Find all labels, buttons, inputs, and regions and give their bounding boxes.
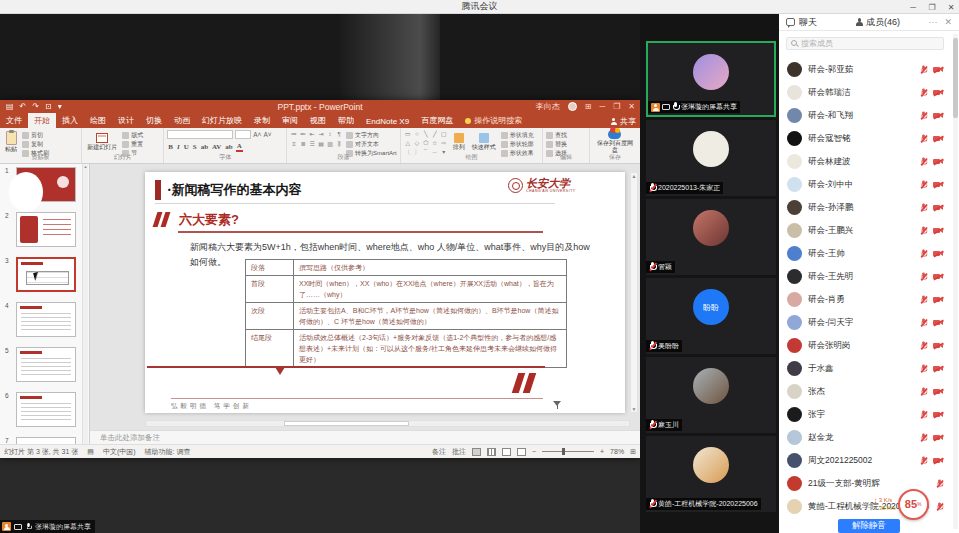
zoom-level[interactable]: 78% xyxy=(610,448,624,455)
member-row[interactable]: 研会寇智铭 xyxy=(779,127,951,150)
member-row[interactable]: 研会-肖勇 xyxy=(779,288,951,311)
font-name-combo[interactable] xyxy=(167,130,233,139)
ppt-minimize-button[interactable]: ─ xyxy=(599,102,605,111)
copy-button[interactable]: 复制 xyxy=(22,140,49,149)
scrollbar-thumb[interactable] xyxy=(953,38,958,118)
video-tile[interactable]: 管颖 xyxy=(646,199,776,275)
accessibility-status[interactable]: 辅助功能: 调查 xyxy=(145,447,191,457)
minimize-button[interactable]: ─ xyxy=(908,3,918,12)
ribbon-tab[interactable]: 切换 xyxy=(140,113,168,128)
panel-more-button[interactable]: ··· xyxy=(928,17,937,27)
find-button[interactable]: 查找 xyxy=(546,131,567,140)
slide-thumbnail-panel[interactable]: 1 2 3 4 5 6 7 ▲ xyxy=(0,164,90,444)
panel-close-button[interactable]: ✕ xyxy=(944,17,952,27)
ribbon-tab[interactable]: 录制 xyxy=(248,113,276,128)
ppt-close-button[interactable]: ✕ xyxy=(628,102,635,111)
video-tile[interactable]: 2020225013-朱家正 xyxy=(646,120,776,196)
zoom-knob[interactable] xyxy=(562,448,565,455)
screen-share-indicator[interactable]: 张琳璇的屏幕共享 xyxy=(0,520,95,533)
slide-preview[interactable] xyxy=(16,437,76,444)
spellcheck-icon[interactable]: ▤ xyxy=(87,448,94,456)
align-text-button[interactable]: 对齐文本 xyxy=(346,140,397,149)
slide-thumbnail[interactable]: 2 xyxy=(0,209,89,254)
zoom-in-button[interactable]: + xyxy=(600,448,604,455)
member-row[interactable]: 研会-孙泽鹏 xyxy=(779,196,951,219)
close-button[interactable]: ✕ xyxy=(946,3,956,12)
ribbon-tab[interactable]: 绘图 xyxy=(84,113,112,128)
tab-members[interactable]: 成员(46) xyxy=(855,16,900,29)
video-tile[interactable]: 黄皓-工程机械学院-2020225006 xyxy=(646,436,776,512)
shape-fill-button[interactable]: 形状填充 xyxy=(501,131,534,140)
ribbon-tab[interactable]: 动画 xyxy=(168,113,196,128)
video-tile[interactable]: 张琳璇的屏幕共享 xyxy=(646,41,776,117)
slide-preview[interactable] xyxy=(16,167,76,202)
normal-view-icon[interactable] xyxy=(472,448,481,456)
member-row[interactable]: 研会-王帅 xyxy=(779,242,951,265)
member-search-input[interactable]: 搜索成员 xyxy=(786,37,944,50)
arrange-button[interactable]: 排列 xyxy=(451,130,467,154)
member-row[interactable]: 张宇 xyxy=(779,403,951,426)
ribbon-tab[interactable]: 开始 xyxy=(28,113,56,128)
save-icon[interactable]: ▤ xyxy=(6,100,14,113)
italic-button[interactable]: I xyxy=(176,143,181,151)
ribbon-tab[interactable]: 幻灯片放映 xyxy=(196,113,248,128)
qat-customize-icon[interactable]: ▾ xyxy=(58,100,62,113)
tab-chat[interactable]: 聊天 xyxy=(799,16,817,29)
list-alignment-icons[interactable]: ≔≕⇤⇥↕¶ xyxy=(290,130,343,138)
ribbon-tab[interactable]: 百度网盘 xyxy=(415,113,459,128)
ribbon-tab[interactable]: 设计 xyxy=(112,113,140,128)
underline-button[interactable]: U xyxy=(183,143,190,151)
notes-pane[interactable]: 单击此处添加备注 xyxy=(90,430,640,444)
ribbon-tab[interactable]: EndNote X9 xyxy=(360,115,415,128)
vertical-scrollbar[interactable]: ▲▼ xyxy=(630,172,638,413)
slide-preview[interactable] xyxy=(16,392,76,427)
fit-to-window-icon[interactable]: ⊞ xyxy=(630,448,636,456)
reading-view-icon[interactable] xyxy=(502,448,511,456)
quick-styles-button[interactable]: 快速样式 xyxy=(470,130,498,154)
member-row[interactable]: 研会-王先明 xyxy=(779,265,951,288)
zoom-slider[interactable] xyxy=(542,451,594,452)
shadow-button[interactable]: ab xyxy=(200,143,209,151)
slideshow-view-icon[interactable] xyxy=(517,448,526,456)
unmute-button[interactable]: 解除静音 xyxy=(838,519,900,533)
shape-gallery[interactable]: ▭○╲╱▢△◇⬠☆⇨〔〕⌒︷▾ xyxy=(404,130,448,154)
shrink-font-icon[interactable]: A˅ xyxy=(263,131,271,138)
slideshow-icon[interactable]: ⊡ xyxy=(45,100,52,113)
save-to-baidu-pan-button[interactable]: 保存到百度网盘 xyxy=(593,130,637,154)
slide-thumbnail[interactable]: 7 xyxy=(0,434,89,444)
ribbon-display-options-icon[interactable]: ⊞ xyxy=(585,102,592,111)
comments-toggle[interactable]: 批注 xyxy=(452,447,466,457)
member-row[interactable]: 研会张明岗 xyxy=(779,334,951,357)
member-row[interactable]: 研会-和飞翔 xyxy=(779,104,951,127)
quick-access-toolbar[interactable]: ▤ ↶ ↷ ⊡ ▾ xyxy=(6,100,62,113)
text-direction-button[interactable]: 文字方向 xyxy=(346,131,397,140)
char-spacing-icon[interactable]: AV xyxy=(211,143,222,151)
slide-preview[interactable] xyxy=(16,257,76,292)
member-row[interactable]: 赵金龙 xyxy=(779,426,951,449)
reset-button[interactable]: 重置 xyxy=(122,140,143,149)
slide-preview[interactable] xyxy=(16,347,76,382)
slide-canvas[interactable]: ·新闻稿写作的基本内容 长安大学 CHANG'AN UNIVERSITY 六大要… xyxy=(145,172,625,413)
tell-me-search[interactable]: 操作说明搜索 xyxy=(459,113,528,128)
slide-thumbnail[interactable]: 5 xyxy=(0,344,89,389)
new-slide-button[interactable]: 新建幻灯片 xyxy=(85,130,119,154)
font-color-icon[interactable]: A xyxy=(236,142,243,152)
share-button[interactable]: 共享 xyxy=(610,116,636,127)
font-size-combo[interactable] xyxy=(235,130,251,139)
align-icons[interactable]: ≡≣☰▤▥⫼ xyxy=(290,140,343,148)
member-row[interactable]: 研会-闫天宇 xyxy=(779,311,951,334)
account-avatar[interactable] xyxy=(568,102,577,111)
maximize-button[interactable]: ❐ xyxy=(927,3,937,12)
member-row[interactable]: 于水鑫 xyxy=(779,357,951,380)
member-row[interactable]: 研会-郭亚茹 xyxy=(779,58,951,81)
ppt-restore-button[interactable]: ❐ xyxy=(613,102,620,111)
bold-button[interactable]: B xyxy=(167,143,174,151)
strikethrough-button[interactable]: S xyxy=(192,143,198,151)
paste-button[interactable]: 粘贴 xyxy=(3,130,19,154)
slide-thumbnail[interactable]: 6 xyxy=(0,389,89,434)
member-row[interactable]: 研会-王鹏兴 xyxy=(779,219,951,242)
ribbon-tab[interactable]: 帮助 xyxy=(332,113,360,128)
highlight-icon[interactable]: ab xyxy=(224,143,233,151)
slide-thumbnail[interactable]: 1 xyxy=(0,164,89,209)
member-list[interactable]: 研会-郭亚茹 研会韩瑞洁 研会-和飞翔 研会寇智铭 研会林建波 研会-刘中中 研… xyxy=(779,58,951,533)
